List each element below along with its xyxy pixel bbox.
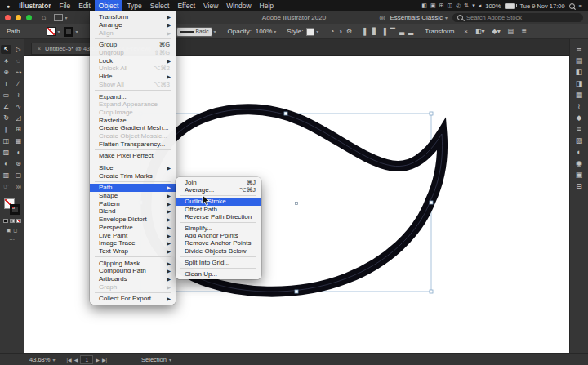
rectangle-tool[interactable]: ▭ — [1, 91, 11, 100]
draw-mode-1-icon[interactable]: ▣ — [7, 227, 11, 233]
blend-tool[interactable]: ◐ — [1, 159, 11, 168]
menu-item-transform[interactable]: Transform▶ — [90, 13, 176, 21]
brushes-panel-icon[interactable]: ≀ — [577, 103, 580, 110]
menubar-item-help[interactable]: Help — [256, 0, 278, 11]
menubar-status-icon-3[interactable]: ⊞ — [439, 2, 444, 9]
layers-panel-icon[interactable]: ⊟ — [576, 183, 582, 190]
pencil-tool[interactable]: ∠ — [1, 102, 11, 111]
submenu-item-simplify[interactable]: Simplify... — [176, 225, 261, 232]
menu-item-artboards[interactable]: Artboards▶ — [90, 275, 176, 283]
menubar-clock[interactable]: Tue 9 Nov 17:00 — [519, 2, 564, 10]
fill-color-dropdown[interactable]: ▾ — [47, 27, 60, 36]
menubar-item-view[interactable]: View — [199, 0, 222, 11]
menu-item-shape[interactable]: Shape▶ — [90, 192, 176, 200]
magic-wand-tool[interactable]: ∗ — [1, 56, 11, 65]
menu-item-envelope-distort[interactable]: Envelope Distort▶ — [90, 216, 176, 224]
arrange-dropdown-icon[interactable]: ◧▾ — [475, 28, 485, 35]
menubar-status-icon-1[interactable]: ◧ — [421, 2, 427, 9]
pen-tool[interactable]: ⊕ — [1, 68, 11, 77]
menu-item-create-gradient-mesh[interactable]: Create Gradient Mesh... — [90, 124, 176, 132]
menu-item-rasterize[interactable]: Rasterize... — [90, 116, 176, 124]
align-vertical-center-icon[interactable]: ▃ — [399, 28, 404, 35]
close-tab-icon[interactable]: × — [38, 46, 41, 51]
last-artboard-button[interactable]: ▶| — [102, 357, 107, 363]
symbols-panel-icon[interactable]: ◆ — [577, 114, 582, 122]
shape-builder-tool[interactable]: ◫ — [1, 136, 11, 145]
hand-tool[interactable]: ☞ — [1, 182, 11, 191]
color-guide-panel-icon[interactable]: ◨ — [576, 80, 583, 87]
submenu-item-divide-objects-below[interactable]: Divide Objects Below — [176, 247, 261, 255]
zoom-window-button[interactable] — [26, 15, 32, 20]
select-dropdown-icon[interactable]: ◆▾ — [492, 28, 501, 35]
menu-item-make-pixel-perfect[interactable]: Make Pixel Perfect — [90, 152, 176, 160]
draw-mode-2-icon[interactable]: ◻ — [13, 227, 17, 233]
eyedropper-tool[interactable]: ◖ — [13, 148, 24, 157]
menubar-item-edit[interactable]: Edit — [74, 0, 95, 11]
menubar-item-window[interactable]: Window — [222, 0, 255, 11]
home-icon[interactable]: ⌂ — [42, 14, 46, 21]
shaper-tool[interactable]: ∿ — [13, 102, 24, 111]
menu-item-arrange[interactable]: Arrange▶ — [90, 21, 176, 29]
menu-item-path[interactable]: Path▶ — [90, 184, 176, 192]
menubar-item-select[interactable]: Select — [146, 0, 174, 11]
gradient-tool[interactable]: ▨ — [1, 148, 11, 157]
graphic-styles-panel-icon[interactable]: ▣ — [576, 171, 583, 179]
paintbrush-tool[interactable]: ≀ — [13, 91, 24, 100]
menu-item-perspective[interactable]: Perspective▶ — [90, 224, 176, 232]
align-vertical-top-icon[interactable]: ▔ — [390, 28, 395, 35]
menu-item-group[interactable]: Group⌘G — [90, 41, 176, 49]
menu-item-flatten-transparency[interactable]: Flatten Transparency... — [90, 140, 176, 148]
stroke-panel-icon[interactable]: ≡ — [577, 126, 581, 133]
submenu-item-add-anchor-points[interactable]: Add Anchor Points — [176, 232, 261, 239]
menu-item-hide[interactable]: Hide▶ — [90, 73, 176, 81]
current-tool-indicator[interactable]: Selection ▾ — [141, 356, 172, 363]
zoom-tool[interactable]: ◎ — [13, 182, 24, 191]
artboard-number-field[interactable]: 1 — [80, 355, 93, 364]
transparency-panel-icon[interactable]: ◐ — [577, 149, 581, 156]
transform-label[interactable]: Transform — [425, 28, 454, 35]
menubar-status-icon-2[interactable]: ▣ — [430, 2, 436, 9]
properties-panel-icon[interactable]: ≣ — [576, 46, 582, 53]
color-button[interactable] — [3, 219, 8, 223]
shape-properties-icon[interactable]: ▤ — [508, 28, 514, 35]
options-gear-icon[interactable]: ⚙ — [346, 28, 352, 35]
menubar-item-effect[interactable]: Effect — [173, 0, 199, 11]
selection-tool[interactable]: ↖ — [1, 45, 11, 54]
symbol-sprayer-tool[interactable]: ⊛ — [13, 159, 24, 168]
menu-item-lock[interactable]: Lock▶ — [90, 56, 176, 65]
recolor-artwork-icon[interactable]: ◔ — [330, 28, 334, 35]
submenu-item-remove-anchor-points[interactable]: Remove Anchor Points — [176, 239, 261, 247]
menubar-item-type[interactable]: Type — [122, 0, 145, 11]
menu-item-clipping-mask[interactable]: Clipping Mask▶ — [90, 259, 176, 267]
gradient-button[interactable] — [10, 219, 15, 223]
workspace-switcher[interactable]: Essentials Classic ▾ — [390, 14, 448, 21]
fill-stroke-indicator[interactable] — [3, 198, 21, 216]
document-switcher[interactable]: ▾ — [54, 14, 67, 21]
menu-item-collect-for-export[interactable]: Collect For Export▶ — [90, 295, 176, 303]
lasso-tool[interactable]: ◌ — [13, 56, 24, 65]
menubar-status-icon-5[interactable]: ◴ — [456, 2, 461, 9]
none-button[interactable] — [16, 219, 21, 223]
brush-definition-dropdown[interactable]: Basic ▾ — [176, 27, 216, 37]
type-tool[interactable]: T — [1, 79, 11, 88]
artboard-tool[interactable]: ▢ — [13, 171, 24, 180]
color-panel-icon[interactable]: ◧ — [576, 69, 583, 76]
swatches-panel-icon[interactable]: ▦ — [576, 91, 583, 99]
apple-menu-icon[interactable]: ● — [0, 3, 15, 9]
opacity-dropdown[interactable]: 100% ▾ — [256, 28, 276, 35]
menu-item-blend[interactable]: Blend▶ — [90, 207, 176, 216]
spotlight-search-icon[interactable] — [569, 3, 575, 9]
width-tool[interactable]: ∥ — [1, 125, 11, 134]
submenu-item-offset-path[interactable]: Offset Path... — [176, 206, 261, 213]
panel-menu-icon[interactable]: ≣ — [521, 28, 527, 35]
submenu-item-split-into-grid[interactable]: Split Into Grid... — [176, 259, 261, 266]
stroke-color-dropdown[interactable]: ▾ — [64, 27, 78, 37]
menu-item-pattern[interactable]: Pattern▶ — [90, 199, 176, 207]
align-horizontal-center-icon[interactable]: ▋ — [372, 28, 377, 35]
menubar-status-icon-6[interactable]: ⇅ — [464, 2, 469, 9]
previous-artboard-button[interactable]: ◀ — [74, 357, 78, 363]
menubar-item-illustrator[interactable]: Illustrator — [15, 0, 55, 11]
gradient-panel-icon[interactable]: ▨ — [576, 137, 583, 145]
menu-item-create-trim-marks[interactable]: Create Trim Marks — [90, 171, 176, 180]
style-dropdown[interactable]: ▾ — [306, 28, 318, 36]
